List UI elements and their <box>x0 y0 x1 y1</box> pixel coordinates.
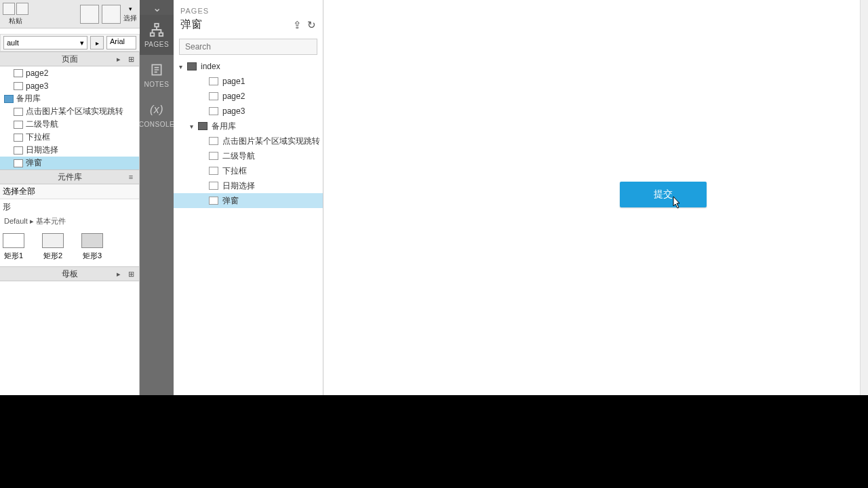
refresh-icon[interactable]: ↻ <box>307 19 316 31</box>
font-combo[interactable]: Arial <box>106 36 136 49</box>
share-icon[interactable]: ⇪ <box>293 19 302 31</box>
shape-item[interactable]: 矩形2 <box>42 233 64 261</box>
tool-icon-1[interactable] <box>80 5 99 24</box>
pages-tree-page[interactable]: page3 <box>174 104 323 119</box>
pages-tree-page[interactable]: 弹窗 <box>174 193 323 208</box>
select-caret-icon[interactable]: ▾ <box>129 5 132 12</box>
pages-tree-page[interactable]: 下拉框 <box>174 163 323 178</box>
page-icon <box>209 182 218 190</box>
page-icon <box>209 107 218 115</box>
page-icon <box>14 134 23 142</box>
master-folder-icon[interactable]: ⊞ <box>125 269 136 279</box>
tab-pages[interactable]: PAGES <box>140 15 174 55</box>
library-shape-filter[interactable]: 形 <box>0 199 139 214</box>
pages-tree-folder[interactable]: ▾index <box>174 59 323 74</box>
svg-rect-2 <box>159 33 163 37</box>
page-icon <box>209 152 218 160</box>
left-panel: 页面 ▸ ⊞ page2page3备用库点击图片某个区域实现跳转二级导航下拉框日… <box>0 52 140 395</box>
style-toolbar: ault ▾ ▸ Arial <box>0 34 140 52</box>
svg-rect-1 <box>151 33 155 37</box>
style-apply-button[interactable]: ▸ <box>90 36 104 49</box>
search-input[interactable] <box>179 39 317 55</box>
pages-tree-page[interactable]: page1 <box>174 74 323 89</box>
left-tree-page[interactable]: page2 <box>0 66 139 79</box>
paste-group[interactable]: 粘贴 <box>3 3 28 26</box>
left-tree-page[interactable]: page3 <box>0 79 139 92</box>
pages-tree: ▾indexpage1page2page3▾备用库点击图片某个区域实现跳转二级导… <box>174 59 323 208</box>
left-tree-page[interactable]: 弹窗 <box>0 157 139 169</box>
notes-icon <box>149 62 165 78</box>
page-icon <box>14 108 23 116</box>
left-tree-page[interactable]: 下拉框 <box>0 131 139 144</box>
chevron-down-icon: ⌄ <box>153 1 161 14</box>
pages-tree-folder[interactable]: ▾备用库 <box>174 119 323 134</box>
library-menu-icon[interactable]: ≡ <box>125 172 136 182</box>
page-icon <box>209 77 218 85</box>
left-tree-page[interactable]: 日期选择 <box>0 144 139 157</box>
page-icon <box>14 121 23 129</box>
collapse-panel-button[interactable]: ⌄ <box>140 0 174 15</box>
tab-console[interactable]: (x) CONSOLE <box>140 95 174 135</box>
svg-rect-0 <box>155 24 159 27</box>
preview-canvas <box>323 0 860 395</box>
rectangle-shape-icon <box>81 233 103 248</box>
top-toolbar: 粘贴 ▾ 选择 <box>0 0 140 28</box>
pages-tree-page[interactable]: 日期选择 <box>174 178 323 193</box>
pages-search[interactable] <box>179 39 317 55</box>
page-icon <box>209 92 218 100</box>
shape-item[interactable]: 矩形3 <box>81 233 103 261</box>
pages-caption: PAGES <box>180 7 316 15</box>
current-page-name: 弹窗 <box>180 18 202 32</box>
page-icon <box>209 197 218 205</box>
page-icon <box>209 137 218 145</box>
copy-icon[interactable] <box>3 3 15 15</box>
add-page-icon[interactable]: ▸ <box>113 54 124 64</box>
folder-icon <box>198 122 208 130</box>
page-icon <box>209 167 218 175</box>
submit-button[interactable]: 提交 <box>620 182 707 207</box>
pages-tree-page[interactable]: 点击图片某个区域实现跳转 <box>174 134 323 148</box>
shape-row: 矩形1矩形2矩形3 <box>0 228 139 266</box>
paste-label: 粘贴 <box>9 16 22 26</box>
left-tree-page[interactable]: 二级导航 <box>0 118 139 131</box>
left-page-tree: page2page3备用库点击图片某个区域实现跳转二级导航下拉框日期选择弹窗 <box>0 66 139 169</box>
tool-icon-2[interactable] <box>102 5 121 24</box>
pages-sidebar: PAGES 弹窗 ⇪ ↻ ▾indexpage1page2page3▾备用库点击… <box>174 0 323 395</box>
pages-panel-header: 页面 ▸ ⊞ <box>0 52 139 66</box>
variable-icon: (x) <box>149 102 165 118</box>
library-panel-header: 元件库 ≡ <box>0 169 139 184</box>
pages-tree-page[interactable]: 二级导航 <box>174 148 323 163</box>
library-breadcrumb: Default ▸ 基本元件 <box>0 214 139 228</box>
page-icon <box>14 159 23 167</box>
page-icon <box>14 82 23 90</box>
left-tree-page[interactable]: 点击图片某个区域实现跳转 <box>0 105 139 118</box>
page-icon <box>14 69 23 77</box>
style-value: ault <box>7 39 19 47</box>
bottom-bar <box>0 395 868 488</box>
tree-caret-icon: ▾ <box>190 123 198 130</box>
library-select-all[interactable]: 选择全部 <box>0 184 139 199</box>
add-master-icon[interactable]: ▸ <box>113 269 124 279</box>
rectangle-shape-icon <box>42 233 64 248</box>
chevron-down-icon: ▾ <box>80 39 84 47</box>
master-panel-body <box>0 281 139 395</box>
style-combo[interactable]: ault ▾ <box>3 36 87 49</box>
select-label: 选择 <box>123 14 137 23</box>
tree-caret-icon: ▾ <box>179 63 187 70</box>
vertical-scrollbar[interactable] <box>860 0 868 395</box>
rectangle-shape-icon <box>3 233 24 248</box>
sitemap-icon <box>149 22 165 38</box>
page-icon <box>14 146 23 155</box>
folder-icon <box>4 95 14 103</box>
folder-icon <box>187 62 197 70</box>
cut-icon[interactable] <box>16 3 28 15</box>
pages-tree-page[interactable]: page2 <box>174 89 323 104</box>
add-folder-icon[interactable]: ⊞ <box>125 54 136 64</box>
shape-item[interactable]: 矩形1 <box>3 233 24 261</box>
left-tree-folder[interactable]: 备用库 <box>0 92 139 105</box>
vertical-tabs: ⌄ PAGES NOTES (x) CONSOLE <box>140 0 174 395</box>
master-panel-header: 母板 ▸ ⊞ <box>0 266 139 281</box>
tab-notes[interactable]: NOTES <box>140 55 174 95</box>
